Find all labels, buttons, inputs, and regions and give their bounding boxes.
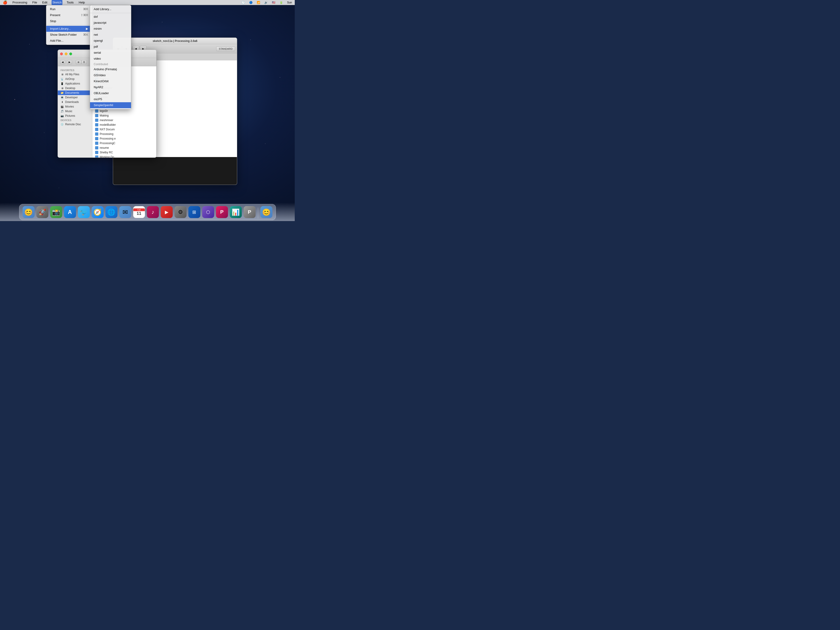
menubar-volume[interactable]: 🔊 [264,0,269,5]
applications-icon: 📱 [60,82,64,85]
file-processingc[interactable]: ProcessingC [92,141,156,145]
menu-add-library[interactable]: Add Library... [90,6,131,12]
dock-finder[interactable]: 😊 [22,205,35,218]
dock-twitter[interactable]: 🐦 [77,205,90,218]
apple-menu[interactable]: 🍎 [2,0,8,5]
file-shelby[interactable]: Shelby RC [92,150,156,155]
menubar-edit[interactable]: Edit [41,0,48,5]
window-minimize-button[interactable] [65,52,68,55]
music-icon: 🎵 [60,110,64,113]
menu-lib-javascript[interactable]: javascript [90,20,131,26]
menu-lib-objloader[interactable]: OBJLoader [90,90,131,96]
sidebar-item-music[interactable]: 🎵 Music [58,109,92,114]
dock-apps[interactable]: ⊞ [188,205,201,218]
file-nxt[interactable]: NXT Docum [92,127,156,132]
file-working[interactable]: Working Do [92,155,156,158]
menu-lib-gsvideo[interactable]: GSVideo [90,72,131,78]
menubar-help[interactable]: Help [78,0,86,5]
dock: 😊 🚀 📸 A 🐦 🧭 🌐 ✉ Cal 11 ♪ [0,203,295,221]
file-meshmixer[interactable]: meshmixer [92,118,156,123]
dock-photos[interactable]: 📸 [50,205,63,218]
menu-lib-oscp5[interactable]: oscP5 [90,96,131,102]
menu-import-library[interactable]: Import Library... ▶ [46,26,92,32]
menu-lib-nyar2[interactable]: NyAR2 [90,84,131,90]
sidebar-item-remote-disc[interactable]: 💿 Remote Disc [58,122,92,126]
processing-titlebar: sketch_nov11a | Processing 2.0a6 [113,38,237,44]
sidebar-item-applications[interactable]: 📱 Applications [58,81,92,86]
processing-window-title: sketch_nov11a | Processing 2.0a6 [153,39,197,43]
system-pref-dock-icon: ⚙ [175,206,186,218]
menu-present[interactable]: Present ⇧⌘R [46,12,92,18]
file-modelbuilder[interactable]: modelBuilder [92,123,156,127]
sidebar-item-developer[interactable]: 💻 Developer [58,95,92,100]
menu-lib-arduino[interactable]: Arduino (Firmata) [90,66,131,72]
colorsync-dock-icon: ⬡ [202,206,214,218]
window-maximize-button[interactable] [69,52,72,55]
dock-colorsync2[interactable]: P [216,205,229,218]
menubar-battery[interactable]: 🔋 [279,0,284,5]
menubar-tools[interactable]: Tools [66,0,74,5]
menubar-time-machine[interactable]: 🕐 [241,0,246,5]
menu-lib-kinectorbit[interactable]: KinectOrbit [90,78,131,84]
menubar-file[interactable]: File [31,0,38,5]
menu-lib-serial[interactable]: serial [90,50,131,56]
menu-lib-opengl[interactable]: opengl [90,38,131,44]
menu-lib-net[interactable]: net [90,32,131,38]
menu-stop[interactable]: Stop [46,18,92,24]
sidebar-item-airdrop[interactable]: 📡 AirDrop [58,77,92,81]
dock-container: 😊 🚀 📸 A 🐦 🧭 🌐 ✉ Cal 11 ♪ [19,204,276,220]
sidebar-item-downloads[interactable]: ⬇ Downloads [58,100,92,104]
dock-finder2[interactable]: 😊 [260,205,273,218]
dock-appstore[interactable]: A [63,205,76,218]
sidebar-item-movies[interactable]: 🎬 Movies [58,104,92,109]
menubar-app-name[interactable]: Processing [11,0,28,5]
favorites-header: FAVORITES [58,68,92,72]
developer-icon: 💻 [60,96,64,99]
sidebar-item-pictures[interactable]: 📷 Pictures [58,114,92,118]
dock-grapher[interactable]: 📊 [229,205,242,218]
dock-safari[interactable]: 🧭 [91,205,104,218]
dock-colorsync[interactable]: ⬡ [202,205,215,218]
dock-calendar[interactable]: Cal 11 [133,205,145,218]
finder-icon-view-button[interactable]: ⊞ [76,60,81,64]
dock-video[interactable]: ▶ [160,205,173,218]
finder-back-button[interactable]: ◀ [60,60,65,64]
menu-lib-dxf[interactable]: dxf [90,14,131,20]
twitter-dock-icon: 🐦 [78,206,90,218]
dock-itunes[interactable]: ♪ [147,205,159,218]
menu-lib-minim[interactable]: minim [90,26,131,32]
processing-standard-button[interactable]: STANDARD [216,46,235,51]
dock-globe[interactable]: 🌐 [105,205,118,218]
sidebar-item-all-my-files[interactable]: 🖥 All My Files [58,72,92,77]
menu-lib-simpleopenni[interactable]: SimpleOpenNI [90,102,131,108]
dock-mail[interactable]: ✉ [119,205,132,218]
menu-run[interactable]: Run ⌘R [46,6,92,12]
file-processing2[interactable]: Processing e [92,136,156,141]
file-icon-meshmixer [95,118,98,122]
file-processing1[interactable]: Processing [92,132,156,136]
finder-list-view-button[interactable]: ☰ [81,60,87,64]
downloads-icon: ⬇ [60,100,64,104]
dock-rocket[interactable]: 🚀 [36,205,49,218]
menu-show-sketch-folder[interactable]: Show Sketch Folder ⌘K [46,32,92,38]
dock-processing[interactable]: P [243,205,256,218]
menu-lib-video[interactable]: video [90,56,131,62]
menu-lib-pdf[interactable]: pdf [90,44,131,50]
dock-system-preferences[interactable]: ⚙ [174,205,187,218]
menubar-sketch[interactable]: Sketch [52,0,63,5]
contributed-section-header: Contributed [90,62,131,66]
file-legodr[interactable]: legoDr [92,109,156,113]
itunes-dock-icon: ♪ [147,206,159,218]
submenu-separator [90,13,131,13]
file-resume[interactable]: resume [92,145,156,150]
window-close-button[interactable] [60,52,63,55]
finder-forward-button[interactable]: ▶ [67,60,72,64]
sidebar-item-desktop[interactable]: 🖥 Desktop [58,86,92,90]
menubar-bluetooth[interactable]: 🔵 [248,0,254,5]
file-making[interactable]: Making [92,113,156,118]
sidebar-item-documents[interactable]: 📁 Documents [58,90,92,95]
menubar-wifi[interactable]: 📶 [256,0,261,5]
menu-add-file[interactable]: Add File... [46,38,92,44]
file-icon-shelby [95,151,98,154]
calendar-dock-icon: Cal 11 [133,206,145,218]
